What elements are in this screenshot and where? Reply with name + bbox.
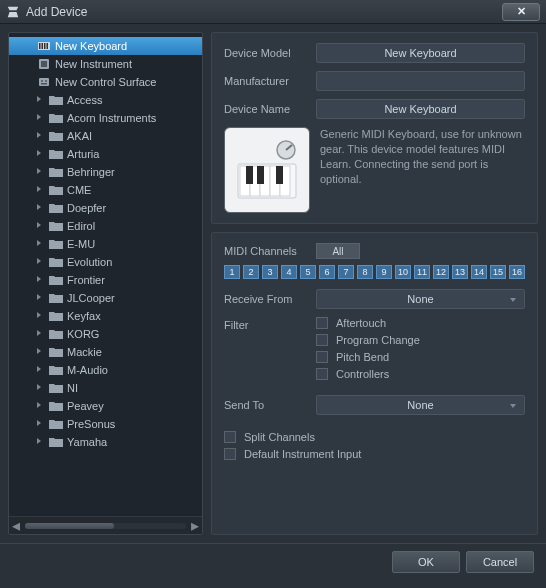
sidebar-folder-label: AKAI — [67, 130, 92, 142]
midi-channel-2[interactable]: 2 — [243, 265, 259, 279]
checkbox-icon[interactable] — [316, 334, 328, 346]
midi-channel-6[interactable]: 6 — [319, 265, 335, 279]
midi-channel-11[interactable]: 11 — [414, 265, 430, 279]
midi-channel-13[interactable]: 13 — [452, 265, 468, 279]
midi-channel-1[interactable]: 1 — [224, 265, 240, 279]
midi-channel-7[interactable]: 7 — [338, 265, 354, 279]
sidebar-folder-label: Arturia — [67, 148, 99, 160]
folder-icon — [49, 293, 63, 303]
midi-channel-4[interactable]: 4 — [281, 265, 297, 279]
device-name-field[interactable]: New Keyboard — [316, 99, 525, 119]
midi-channel-5[interactable]: 5 — [300, 265, 316, 279]
folder-icon — [49, 329, 63, 339]
scroll-thumb[interactable] — [25, 523, 114, 529]
sidebar-folder-label: Yamaha — [67, 436, 107, 448]
cancel-button[interactable]: Cancel — [466, 551, 534, 573]
checkbox-icon[interactable] — [316, 317, 328, 329]
midi-channel-16[interactable]: 16 — [509, 265, 525, 279]
sidebar-folder-label: Edirol — [67, 220, 95, 232]
sidebar-folder-edirol[interactable]: Edirol — [9, 217, 202, 235]
scroll-track[interactable] — [25, 523, 186, 529]
sidebar-folder-acorn-instruments[interactable]: Acorn Instruments — [9, 109, 202, 127]
sidebar-item-new-instrument[interactable]: New Instrument — [9, 55, 202, 73]
midi-channel-row: 12345678910111213141516 — [224, 265, 525, 279]
midi-channel-8[interactable]: 8 — [357, 265, 373, 279]
sidebar-folder-label: KORG — [67, 328, 99, 340]
midi-channel-12[interactable]: 12 — [433, 265, 449, 279]
send-to-combo[interactable]: None — [316, 395, 525, 415]
sidebar-folder-presonus[interactable]: PreSonus — [9, 415, 202, 433]
folder-icon — [49, 419, 63, 429]
checkbox-icon[interactable] — [224, 448, 236, 460]
sidebar-folder-peavey[interactable]: Peavey — [9, 397, 202, 415]
sidebar-folder-yamaha[interactable]: Yamaha — [9, 433, 202, 451]
tree: New KeyboardNew InstrumentNew Control Su… — [9, 33, 202, 516]
folder-icon — [49, 311, 63, 321]
checkbox-icon[interactable] — [224, 431, 236, 443]
split-channels-check[interactable]: Split Channels — [224, 431, 525, 443]
scroll-right-icon[interactable]: ▸ — [188, 519, 202, 533]
checkbox-icon[interactable] — [316, 368, 328, 380]
sidebar-folder-label: Access — [67, 94, 102, 106]
folder-icon — [49, 383, 63, 393]
scroll-left-icon[interactable]: ◂ — [9, 519, 23, 533]
sidebar-folder-label: Frontier — [67, 274, 105, 286]
midi-channel-15[interactable]: 15 — [490, 265, 506, 279]
default-instrument-check[interactable]: Default Instrument Input — [224, 448, 525, 460]
filter-aftertouch-check[interactable]: Aftertouch — [316, 317, 525, 329]
sidebar-folder-korg[interactable]: KORG — [9, 325, 202, 343]
sidebar-folder-akai[interactable]: AKAI — [9, 127, 202, 145]
midi-all-button[interactable]: All — [316, 243, 360, 259]
footer: OK Cancel — [0, 543, 546, 579]
manufacturer-field[interactable] — [316, 71, 525, 91]
sidebar-item-new-keyboard[interactable]: New Keyboard — [9, 37, 202, 55]
svg-rect-4 — [47, 43, 49, 49]
sidebar-folder-m-audio[interactable]: M-Audio — [9, 361, 202, 379]
sidebar-folder-keyfax[interactable]: Keyfax — [9, 307, 202, 325]
svg-rect-7 — [39, 78, 49, 86]
sidebar-folder-ni[interactable]: NI — [9, 379, 202, 397]
sidebar-folder-jlcooper[interactable]: JLCooper — [9, 289, 202, 307]
folder-icon — [49, 221, 63, 231]
sidebar-folder-access[interactable]: Access — [9, 91, 202, 109]
folder-icon — [49, 149, 63, 159]
filter-pitch-bend-check[interactable]: Pitch Bend — [316, 351, 525, 363]
filter-program-change-check[interactable]: Program Change — [316, 334, 525, 346]
sidebar-folder-label: Peavey — [67, 400, 104, 412]
sidebar-folder-label: Keyfax — [67, 310, 101, 322]
folder-icon — [49, 185, 63, 195]
sidebar-folder-label: Acorn Instruments — [67, 112, 156, 124]
midi-channels-label: MIDI Channels — [224, 245, 316, 257]
ok-button[interactable]: OK — [392, 551, 460, 573]
horizontal-scrollbar[interactable]: ◂ ▸ — [9, 516, 202, 534]
device-model-field[interactable]: New Keyboard — [316, 43, 525, 63]
midi-section: MIDI Channels All 1234567891011121314151… — [211, 232, 538, 535]
sidebar-folder-label: E-MU — [67, 238, 95, 250]
folder-icon — [49, 347, 63, 357]
content: New KeyboardNew InstrumentNew Control Su… — [0, 24, 546, 543]
sidebar-folder-doepfer[interactable]: Doepfer — [9, 199, 202, 217]
midi-channel-14[interactable]: 14 — [471, 265, 487, 279]
window-title: Add Device — [26, 5, 502, 19]
filter-controllers-check[interactable]: Controllers — [316, 368, 525, 380]
sidebar-folder-arturia[interactable]: Arturia — [9, 145, 202, 163]
sidebar-folder-cme[interactable]: CME — [9, 181, 202, 199]
sidebar-folder-mackie[interactable]: Mackie — [9, 343, 202, 361]
sidebar-folder-label: Doepfer — [67, 202, 106, 214]
sidebar-item-new-control-surface[interactable]: New Control Surface — [9, 73, 202, 91]
checkbox-icon[interactable] — [316, 351, 328, 363]
sidebar-folder-evolution[interactable]: Evolution — [9, 253, 202, 271]
close-button[interactable]: ✕ — [502, 3, 540, 21]
receive-from-combo[interactable]: None — [316, 289, 525, 309]
svg-rect-19 — [246, 166, 253, 184]
svg-rect-1 — [39, 43, 41, 49]
svg-rect-2 — [42, 43, 44, 49]
app-icon — [6, 5, 20, 19]
midi-channel-3[interactable]: 3 — [262, 265, 278, 279]
midi-channel-9[interactable]: 9 — [376, 265, 392, 279]
sidebar-folder-frontier[interactable]: Frontier — [9, 271, 202, 289]
sidebar-folder-behringer[interactable]: Behringer — [9, 163, 202, 181]
sidebar-folder-e-mu[interactable]: E-MU — [9, 235, 202, 253]
midi-channel-10[interactable]: 10 — [395, 265, 411, 279]
manufacturer-label: Manufacturer — [224, 75, 316, 87]
